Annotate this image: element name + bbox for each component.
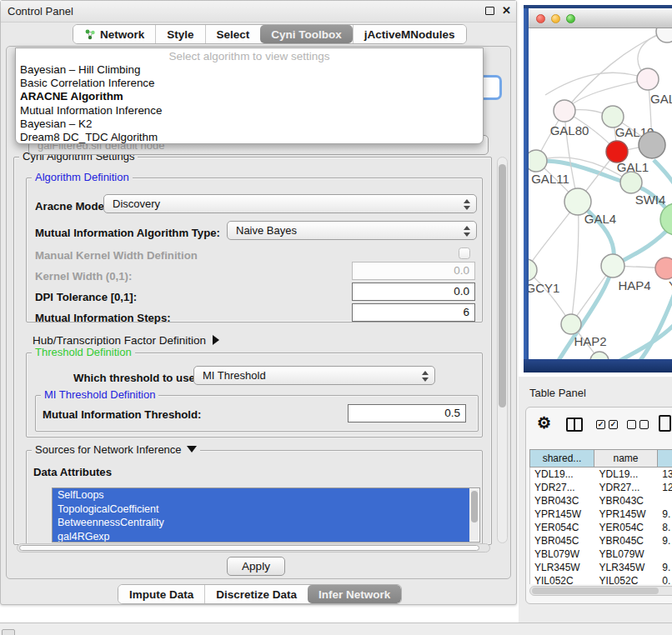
- attribute-item[interactable]: BetweennessCentrality: [53, 516, 469, 530]
- column-header[interactable]: shared...: [529, 449, 594, 468]
- manual-kernel-checkbox[interactable]: [459, 248, 470, 259]
- algorithm-option[interactable]: Mutual Information Inference: [16, 104, 483, 118]
- settings-vertical-scrollbar[interactable]: [497, 157, 508, 543]
- close-traffic-icon[interactable]: [536, 14, 545, 23]
- algorithm-option[interactable]: ARACNE Algorithm: [16, 90, 483, 103]
- tab-label: jActiveMNodules: [364, 28, 455, 41]
- control-panel-titlebar: Control Panel ✕: [1, 1, 516, 22]
- table-cell: YDR27...: [530, 481, 595, 494]
- columns-icon[interactable]: [566, 418, 583, 432]
- page-icon[interactable]: [659, 415, 671, 432]
- attribute-item[interactable]: gal4RGexp: [53, 530, 469, 543]
- mi-steps-input[interactable]: 6: [352, 303, 475, 322]
- network-node[interactable]: [656, 28, 672, 42]
- network-node-gcy1[interactable]: [529, 259, 537, 281]
- table-row[interactable]: YBR045CYBR045C9.: [530, 534, 672, 548]
- network-node-gal[interactable]: [637, 68, 659, 90]
- network-node[interactable]: [590, 352, 609, 359]
- network-node-hap2[interactable]: [561, 314, 581, 334]
- gear-icon[interactable]: ⚙: [537, 415, 551, 432]
- list-vertical-scrollbar[interactable]: [469, 489, 479, 541]
- close-icon[interactable]: ✕: [502, 4, 511, 17]
- settings-horizontal-scrollbar[interactable]: [17, 543, 490, 552]
- kernel-width-label: Kernel Width (0,1):: [35, 270, 132, 282]
- table-row[interactable]: YIL052CYIL052C0.: [530, 574, 672, 584]
- stepper-icon: [464, 199, 470, 210]
- algorithm-dropdown-popup: Select algorithm to view settings Bayesi…: [15, 48, 484, 144]
- network-node-gal80[interactable]: [554, 100, 575, 122]
- network-node-y[interactable]: [655, 258, 672, 279]
- zoom-traffic-icon[interactable]: [566, 14, 575, 23]
- network-node-hap4[interactable]: [601, 254, 624, 278]
- corner-button[interactable]: [2, 629, 15, 635]
- collapsed-arrow-icon: [213, 335, 219, 345]
- tab-cyni-toolbox[interactable]: Cyni Toolbox: [260, 25, 353, 43]
- screen: Control Panel ✕ NetworkStyleSelectCyni T…: [0, 0, 672, 635]
- table-cell: YBR045C: [530, 534, 595, 548]
- algorithm-option[interactable]: Bayesian – K2: [16, 118, 483, 131]
- network-node-swi4[interactable]: [620, 172, 642, 193]
- algorithm-option[interactable]: Bayesian – Hill Climbing: [16, 63, 483, 77]
- mi-type-combo[interactable]: Naive Bayes: [227, 221, 477, 240]
- scrollbar-thumb[interactable]: [532, 588, 659, 594]
- table-horizontal-scrollbar[interactable]: [529, 586, 672, 596]
- tab-jactivemnodules[interactable]: jActiveMNodules: [353, 25, 466, 43]
- tab-select[interactable]: Select: [205, 25, 261, 43]
- table-row[interactable]: YDR27...YDR27...12: [530, 481, 672, 494]
- sources-toggle[interactable]: Sources for Network Inference: [32, 443, 200, 456]
- attribute-item[interactable]: TopologicalCoefficient: [53, 502, 469, 517]
- column-header[interactable]: name: [594, 449, 658, 468]
- stepper-icon: [422, 371, 429, 382]
- minimize-traffic-icon[interactable]: [551, 14, 560, 23]
- scrollbar-thumb[interactable]: [19, 545, 479, 551]
- which-threshold-combo[interactable]: MI Threshold: [193, 366, 435, 385]
- bottom-tab-bar: Impute DataDiscretize DataInfer Network: [118, 584, 402, 604]
- attribute-item[interactable]: SelfLoops: [53, 488, 469, 502]
- mi-threshold-input[interactable]: 0.5: [348, 404, 466, 422]
- tab-network[interactable]: Network: [73, 25, 155, 43]
- column-header[interactable]: A: [658, 449, 672, 468]
- network-edge[interactable]: [571, 202, 579, 324]
- table-row[interactable]: YLR345WYLR345W9.: [530, 561, 672, 574]
- table-row[interactable]: YBL079WYBL079W: [530, 548, 672, 561]
- kernel-width-input[interactable]: 0.0: [352, 262, 475, 280]
- table-cell: 8.: [658, 521, 672, 534]
- algorithm-placeholder: Select algorithm to view settings: [16, 50, 483, 63]
- tab-style[interactable]: Style: [155, 25, 204, 43]
- select-all-checkboxes-icon[interactable]: ✓✓: [596, 420, 618, 429]
- table-row[interactable]: YPR145WYPR145W9.: [530, 508, 672, 521]
- dpi-tolerance-label: DPI Tolerance [0,1]:: [35, 291, 137, 303]
- scrollbar-thumb[interactable]: [471, 491, 478, 522]
- apply-button[interactable]: Apply: [227, 557, 285, 576]
- network-edge-thick[interactable]: [610, 322, 672, 359]
- network-node[interactable]: [660, 203, 672, 235]
- network-node[interactable]: [639, 132, 665, 158]
- tab-label: Impute Data: [129, 588, 193, 601]
- network-node-gal11[interactable]: [529, 150, 547, 172]
- scrollbar-thumb[interactable]: [499, 164, 506, 408]
- network-edge[interactable]: [564, 79, 648, 111]
- table-cell: YBL079W: [595, 548, 659, 561]
- algorithm-option[interactable]: Basic Correlation Inference: [16, 77, 483, 90]
- table-row[interactable]: YDL19...YDL19...13: [530, 468, 672, 481]
- network-edge-thick[interactable]: [529, 161, 672, 218]
- tab-infer-network[interactable]: Infer Network: [308, 585, 401, 603]
- mi-steps-label: Mutual Information Steps:: [35, 312, 171, 324]
- tab-discretize-data[interactable]: Discretize Data: [204, 585, 308, 603]
- algorithm-option[interactable]: Dream8 DC_TDC Algorithm: [16, 131, 483, 144]
- hub-section-toggle[interactable]: Hub/Transcription Factor Definition: [33, 334, 219, 347]
- aracne-mode-combo[interactable]: Discovery: [103, 194, 477, 213]
- float-window-icon[interactable]: [485, 7, 494, 15]
- network-window-titlebar[interactable]: [529, 8, 672, 28]
- network-edge-thick[interactable]: [654, 160, 672, 188]
- deselect-all-checkboxes-icon[interactable]: [627, 420, 649, 429]
- network-canvas[interactable]: GALGAL80GAL10GAL1GAL11SWI4GAL4GCY1HAP4YH…: [529, 28, 672, 359]
- table-row[interactable]: YBR043CYBR043C: [530, 494, 672, 508]
- node-label: HAP2: [574, 334, 606, 348]
- tab-impute-data[interactable]: Impute Data: [118, 585, 204, 603]
- node-label: GAL80: [550, 123, 589, 138]
- dpi-tolerance-input[interactable]: 0.0: [352, 282, 475, 301]
- table-row[interactable]: YER054CYER054C8.: [530, 521, 672, 534]
- tab-label: Network: [100, 28, 144, 41]
- data-attributes-list[interactable]: SelfLoopsTopologicalCoefficientBetweenne…: [52, 488, 480, 542]
